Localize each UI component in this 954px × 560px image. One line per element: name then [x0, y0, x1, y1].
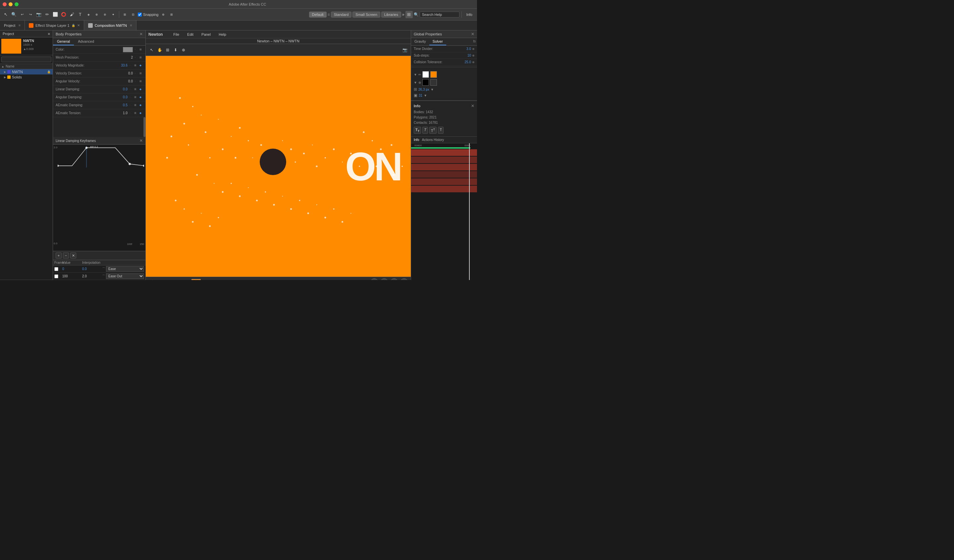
aem-damp-diamond-icon[interactable]: ◆ — [138, 103, 143, 107]
comp-tab-menu-icon[interactable]: ≡ — [130, 23, 132, 27]
select-tool-icon[interactable]: ↖ — [2, 11, 9, 18]
time-divider-value[interactable]: 3.0 — [466, 47, 471, 51]
vel-mag-dot-icon[interactable]: · — [128, 63, 132, 68]
actions-history-tab[interactable]: Actions History — [422, 138, 444, 142]
kf-0-checkbox[interactable] — [55, 267, 58, 271]
newton-menu-file[interactable]: File — [172, 32, 181, 37]
lin-damp-link-icon[interactable]: ⊞ — [133, 87, 137, 92]
play-btn[interactable]: ▶ — [380, 278, 388, 280]
kf-1-value[interactable]: 2.0 — [82, 274, 102, 278]
solver-tab[interactable]: Solver — [429, 38, 446, 45]
size-dropdown-icon[interactable]: ▼ — [431, 88, 434, 91]
text-italic-icon[interactable]: T — [422, 127, 428, 134]
solids-layer[interactable]: ▶ Solids — [0, 75, 53, 80]
size-value-2[interactable]: 31 — [419, 94, 422, 97]
kf-0-frame[interactable]: 0 — [62, 267, 82, 271]
aematic-tension-value[interactable]: 1.0 — [108, 111, 128, 115]
mesh-precision-value[interactable]: 2 — [113, 56, 133, 59]
aem-tens-diamond-icon[interactable]: ◆ — [138, 111, 143, 115]
effect-tab-close[interactable]: ✕ — [77, 23, 80, 27]
standard-btn[interactable]: Standard — [331, 12, 352, 17]
info-close-btn[interactable]: ✕ — [471, 104, 474, 108]
timeline-playhead[interactable] — [469, 143, 470, 280]
angular-vel-value[interactable]: 0.0 — [113, 79, 133, 83]
aematic-damping-value[interactable]: 0.5 — [108, 103, 128, 107]
text-small-icon[interactable]: TT — [429, 127, 436, 134]
snap-opt2-icon[interactable]: ⊞ — [168, 11, 175, 18]
color-swatch-display[interactable] — [123, 47, 133, 52]
skip-start-btn[interactable]: |◀ — [370, 278, 378, 280]
time-divider-dot[interactable] — [472, 48, 474, 50]
hamburger-icon[interactable]: ≡ — [327, 12, 330, 17]
gravity-tab[interactable]: Gravity — [411, 38, 429, 45]
audio-icon[interactable]: ▲▼ — [166, 279, 172, 280]
brush-icon[interactable]: 🖌 — [68, 11, 76, 18]
collision-tolerance-value[interactable]: 25.0 — [465, 60, 471, 64]
ang-vel-dot-icon[interactable]: · — [133, 79, 137, 84]
linear-damping-value[interactable]: 0.0 — [108, 87, 128, 91]
text-bold-icon[interactable]: TT — [414, 127, 421, 134]
collision-tolerance-dot[interactable] — [472, 61, 474, 63]
arrow-tool-icon[interactable]: ↖ — [148, 47, 155, 53]
eraser-icon[interactable]: ◈ — [85, 11, 92, 18]
kf-0-value[interactable]: 0.0 — [82, 267, 102, 271]
keyframe-close-btn[interactable]: ✕ — [139, 138, 143, 143]
zoom-tool-icon[interactable]: 🔍 — [10, 11, 17, 18]
pin-icon[interactable]: ✦ — [110, 11, 117, 18]
sub-steps-dot[interactable] — [472, 54, 474, 57]
color-link-icon[interactable]: ⊞ — [138, 47, 143, 52]
snapping-icon[interactable]: ⊞ — [121, 11, 129, 18]
maximize-btn[interactable] — [14, 2, 19, 6]
ang-vel-link-icon[interactable]: ⊞ — [138, 79, 143, 84]
default-btn[interactable]: Default — [309, 12, 327, 17]
vel-mag-diamond-icon[interactable]: ◆ — [138, 63, 143, 68]
snapping-checkbox[interactable] — [138, 12, 142, 17]
color-dot-icon[interactable]: · — [133, 47, 137, 52]
lin-damp-dot-icon[interactable]: · — [128, 87, 132, 92]
undo-icon[interactable]: ↩ — [19, 11, 26, 18]
shape-icon[interactable]: ⬜ — [51, 11, 59, 18]
vel-dir-link-icon[interactable]: ⊞ — [138, 71, 143, 76]
global-props-close-btn[interactable]: ✕ — [471, 32, 474, 36]
project-menu-icon[interactable]: ≡ — [19, 23, 20, 27]
newton-menu-panel[interactable]: Panel — [200, 32, 212, 37]
snapping-icon2[interactable]: ⊟ — [129, 11, 137, 18]
aem-tens-link-icon[interactable]: ⊞ — [133, 111, 137, 115]
angular-damping-value[interactable]: 0.0 — [108, 95, 128, 99]
swatch-dropdown2-icon[interactable]: ▼ — [414, 81, 417, 84]
ang-damp-link-icon[interactable]: ⊞ — [133, 95, 137, 100]
add-keyframe-btn[interactable]: + — [56, 252, 62, 258]
text-icon[interactable]: T — [76, 11, 84, 18]
aem-damp-dot-icon[interactable]: · — [128, 103, 132, 107]
pen-icon[interactable]: ✏ — [44, 11, 51, 18]
orange-swatch[interactable] — [430, 71, 437, 78]
remove-keyframe-btn[interactable]: − — [63, 252, 69, 258]
oval-icon[interactable]: ⭕ — [60, 11, 67, 18]
eyedropper-icon[interactable]: ⊕ — [418, 81, 421, 84]
composition-tab[interactable]: Composition NWTN ≡ — [84, 20, 136, 30]
general-tab[interactable]: General — [53, 38, 74, 45]
kf-1-interp-select[interactable]: Ease Ease Out Linear — [106, 274, 144, 279]
ang-damp-dot-icon[interactable]: · — [128, 95, 132, 100]
velocity-mag-value[interactable]: 33.6 — [108, 64, 128, 67]
grid-tool-icon[interactable]: ⊞ — [164, 47, 171, 53]
search-input[interactable] — [420, 12, 460, 17]
down-tool-icon[interactable]: ⬇ — [172, 47, 179, 53]
panel-icon[interactable]: ⊞ — [405, 11, 413, 18]
pencil-icon[interactable]: ✏ — [418, 73, 421, 76]
newton-menu-help[interactable]: Help — [217, 32, 228, 37]
nwtn-layer[interactable]: ▶ NWTN 🔒 — [0, 69, 53, 75]
libraries-btn[interactable]: Libraries — [381, 12, 401, 17]
prev-frame-icon[interactable]: ⟨ — [148, 279, 155, 280]
color-indicator[interactable] — [192, 279, 201, 280]
white-swatch[interactable] — [422, 71, 429, 78]
size-dropdown2-icon[interactable]: ▼ — [424, 94, 427, 97]
redo-icon[interactable]: ↪ — [27, 11, 34, 18]
eye-icon[interactable]: 👁 — [183, 279, 189, 280]
kf-1-frame[interactable]: 100 — [62, 274, 82, 278]
props-scrollbar[interactable] — [143, 117, 145, 137]
clear-keyframe-btn[interactable]: ✕ — [70, 252, 76, 258]
minimize-btn[interactable] — [9, 2, 12, 6]
camera-icon[interactable]: 📷 — [35, 11, 42, 18]
close-btn[interactable] — [3, 2, 7, 6]
